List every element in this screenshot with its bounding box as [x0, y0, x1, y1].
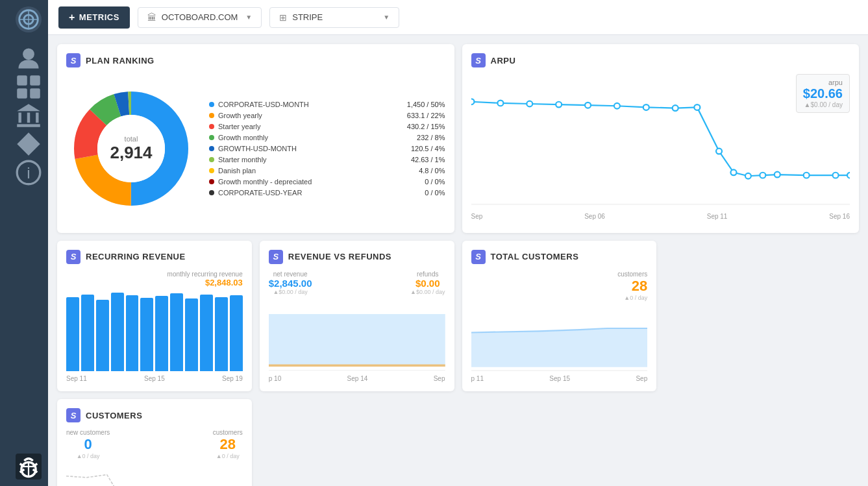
sidebar-item-integrations[interactable] [16, 131, 42, 157]
svg-rect-11 [27, 113, 30, 123]
svg-rect-7 [17, 88, 27, 99]
recurring-bar-chart [66, 290, 243, 374]
total-customers-stripe-icon: S [471, 250, 486, 264]
customers-chart-area [66, 462, 243, 486]
legend-dot [209, 113, 214, 118]
octoboard-icon: 🏛 [147, 12, 156, 23]
octoboard-dropdown-arrow: ▼ [245, 14, 252, 21]
recurring-label: monthly recurring revenue [66, 271, 243, 278]
svg-rect-8 [30, 88, 40, 99]
topbar: + METRICS 🏛 OCTOBOARD.COM ▼ ⊞ STRIPE ▼ [48, 0, 868, 35]
total-customers-date-3: Sep [636, 375, 647, 382]
arpu-chart-dates: Sep Sep 06 Sep 11 Sep 16 [471, 213, 850, 220]
legend-value: 232 / 8% [387, 134, 445, 141]
revenue-refunds-date-2: Sep 14 [347, 375, 368, 382]
plan-ranking-content: total 2,914 CORPORATE-USD-MONTH 1,450 / … [66, 74, 445, 224]
total-customers-date-1: p 11 [471, 375, 484, 382]
revenue-refunds-dates: p 10 Sep 14 Sep [269, 375, 445, 382]
recurring-title: RECURRING REVENUE [86, 252, 186, 261]
svg-marker-9 [17, 104, 40, 111]
donut-total-text: total [110, 135, 152, 143]
bottom-cards: S CUSTOMERS new customers 0 ▲0 / day cus… [57, 241, 859, 486]
legend-item: Danish plan 4.8 / 0% [209, 165, 445, 176]
arpu-stripe-icon: S [471, 53, 486, 67]
revenue-refunds-header: S REVENUE VS REFUNDS [269, 250, 445, 264]
sidebar-item-bug[interactable] [16, 454, 42, 480]
legend-value: 633.1 / 22% [387, 112, 445, 119]
recurring-stripe-icon: S [66, 250, 81, 264]
sidebar-item-bank[interactable] [16, 103, 42, 128]
legend-item: Starter monthly 42.63 / 1% [209, 154, 445, 165]
revenue-bar [96, 300, 109, 372]
customers-value: 28 [213, 436, 243, 453]
svg-point-45 [774, 172, 780, 178]
legend-dot [209, 157, 214, 162]
arpu-title: ARPU [491, 56, 516, 66]
svg-point-38 [643, 104, 649, 110]
stripe-label: STRIPE [292, 12, 323, 22]
octoboard-dropdown[interactable]: 🏛 OCTOBOARD.COM ▼ [138, 7, 262, 28]
add-metrics-button[interactable]: + METRICS [58, 6, 130, 29]
customers-values-row: new customers 0 ▲0 / day customers 28 ▲0… [66, 429, 243, 459]
customers-sub: ▲0 / day [213, 453, 243, 459]
arpu-date-3: Sep 11 [707, 213, 728, 220]
legend-dot [209, 168, 214, 173]
new-customers-label: new customers [66, 429, 110, 436]
net-revenue-sub: ▲$0.00 / day [269, 289, 312, 295]
svg-point-43 [745, 173, 750, 179]
svg-marker-53 [269, 364, 445, 366]
revenue-bar [66, 297, 79, 372]
svg-rect-12 [36, 113, 38, 123]
legend-name: CORPORATE-USD-MONTH [218, 101, 383, 108]
sidebar-item-dashboard[interactable] [16, 74, 42, 100]
svg-point-33 [497, 101, 503, 106]
arpu-currency: $ [803, 86, 810, 101]
total-customers-sub: ▲0 / day [471, 295, 648, 301]
total-customers-title: TOTAL CUSTOMERS [491, 252, 579, 261]
stripe-icon: ⊞ [279, 12, 287, 23]
arpu-date-1: Sep [471, 213, 483, 220]
sidebar-item-info[interactable]: i [16, 160, 42, 186]
plan-ranking-header: S PLAN RANKING [66, 53, 445, 67]
total-customers-chart [471, 304, 648, 374]
revenue-refunds-card: S REVENUE VS REFUNDS net revenue $2,845.… [260, 241, 454, 392]
stripe-dropdown[interactable]: ⊞ STRIPE ▼ [269, 7, 399, 28]
recurring-value: $2,848.03 [66, 278, 243, 287]
svg-rect-5 [17, 75, 27, 86]
sidebar-item-user[interactable] [16, 45, 42, 71]
total-customers-header: S TOTAL CUSTOMERS [471, 250, 648, 264]
legend-dot [209, 102, 214, 107]
svg-rect-10 [18, 113, 21, 123]
total-customers-box-inner: customers 28 ▲0 / day [213, 429, 243, 459]
svg-point-37 [614, 103, 619, 109]
legend-value: 120.5 / 4% [387, 145, 445, 152]
svg-point-35 [556, 102, 562, 108]
revenue-refunds-date-1: p 10 [269, 375, 281, 382]
legend-name: Growth yearly [218, 112, 383, 119]
dashboard: S PLAN RANKING [48, 35, 868, 486]
svg-point-47 [832, 173, 838, 178]
arpu-value: $20.66 [803, 86, 843, 101]
recurring-date-3: Sep 19 [222, 375, 243, 382]
legend-name: Danish plan [218, 167, 383, 175]
arpu-box-label: arpu [803, 79, 843, 86]
legend-value: 4.8 / 0% [387, 167, 445, 175]
arpu-header: S ARPU [471, 53, 850, 67]
net-revenue-label: net revenue [269, 271, 312, 278]
legend-name: GROWTH-USD-MONTH [218, 145, 383, 152]
recurring-header: S RECURRING REVENUE [66, 250, 243, 264]
svg-marker-52 [269, 314, 445, 367]
arpu-info-box: arpu $20.66 ▲$0.00 / day [796, 74, 850, 113]
plan-ranking-title: PLAN RANKING [86, 56, 155, 66]
net-revenue-col: net revenue $2,845.00 ▲$0.00 / day [269, 271, 312, 295]
recurring-date-1: Sep 11 [66, 375, 87, 382]
total-customers-card: S TOTAL CUSTOMERS customers 28 ▲0 / day [462, 241, 657, 392]
revenue-refunds-stripe-icon: S [269, 250, 283, 264]
recurring-date-2: Sep 15 [144, 375, 165, 382]
arpu-chart-area: arpu $20.66 ▲$0.00 / day [471, 74, 850, 224]
svg-point-32 [471, 99, 474, 104]
legend-item: GROWTH-USD-MONTH 120.5 / 4% [209, 143, 445, 154]
recurring-revenue-card: S RECURRING REVENUE monthly recurring re… [57, 241, 252, 392]
legend-value: 430.2 / 15% [387, 123, 445, 130]
customers-card: S CUSTOMERS new customers 0 ▲0 / day cus… [57, 399, 252, 486]
